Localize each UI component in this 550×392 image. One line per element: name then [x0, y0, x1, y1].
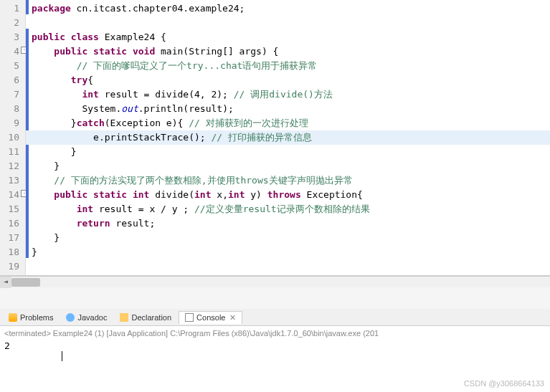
code-line[interactable]: package cn.itcast.chapter04.example24;: [26, 1, 550, 16]
code-line[interactable]: // 下面的方法实现了两个整数相除,并使用throws关键字声明抛出异常: [26, 173, 550, 188]
tab-declaration[interactable]: Declaration: [114, 312, 177, 323]
console-cursor-line[interactable]: [4, 351, 546, 361]
console-output: 2: [4, 340, 546, 351]
code-line[interactable]: int result = x / y ; //定义变量result记录两个数相除…: [26, 202, 550, 216]
line-number: 8: [3, 102, 19, 116]
code-line[interactable]: }: [26, 245, 550, 259]
line-number: 16: [3, 216, 19, 231]
code-line[interactable]: return result;: [26, 216, 550, 231]
line-number: 6: [3, 73, 19, 87]
code-line[interactable]: [26, 259, 550, 274]
code-line[interactable]: }: [26, 145, 550, 159]
code-line[interactable]: public static int divide(int x,int y) th…: [26, 188, 550, 202]
javadoc-icon: [66, 313, 75, 322]
panel-separator: [0, 287, 550, 309]
line-number: 2: [3, 16, 19, 30]
line-number: 15: [3, 202, 19, 216]
code-line[interactable]: try{: [26, 73, 550, 87]
close-icon[interactable]: ✕: [229, 313, 236, 322]
line-number-gutter: 1 2 3 4- 5 6 7 8 9 10 11 12 13 14- 15 16…: [0, 0, 26, 275]
code-editor[interactable]: 1 2 3 4- 5 6 7 8 9 10 11 12 13 14- 15 16…: [0, 0, 550, 276]
console-process-label: <terminated> Example24 (1) [Java Applica…: [4, 329, 546, 338]
code-line-current[interactable]: e.printStackTrace(); // 打印捕获的异常信息: [26, 130, 550, 145]
problems-icon: [9, 313, 17, 322]
line-number: 10: [3, 130, 19, 145]
tab-javadoc[interactable]: Javadoc: [60, 312, 113, 323]
declaration-icon: [120, 313, 128, 322]
line-number: 7: [3, 87, 19, 102]
line-number: 13: [3, 173, 19, 188]
bottom-tabs-bar: Problems Javadoc Declaration Console✕: [0, 309, 550, 326]
text-cursor-icon: [62, 351, 62, 361]
line-number: 1: [3, 1, 19, 16]
code-line[interactable]: System.out.println(result);: [26, 102, 550, 116]
code-line[interactable]: }catch(Exception e){ // 对捕获到的一次进行处理: [26, 116, 550, 130]
console-icon: [185, 313, 194, 322]
code-line[interactable]: public class Example24 {: [26, 30, 550, 44]
scroll-left-arrow-icon[interactable]: ◄: [0, 277, 11, 288]
code-line[interactable]: [26, 16, 550, 30]
line-number: 18: [3, 245, 19, 259]
tab-problems[interactable]: Problems: [3, 312, 59, 323]
code-content[interactable]: package cn.itcast.chapter04.example24; p…: [26, 0, 550, 275]
code-line[interactable]: // 下面的嗲吗定义了一个try...chat语句用于捕获异常: [26, 59, 550, 73]
line-number: 19: [3, 259, 19, 274]
console-panel[interactable]: <terminated> Example24 (1) [Java Applica…: [0, 326, 550, 364]
code-line[interactable]: int result = divide(4, 2); // 调用divide()…: [26, 87, 550, 102]
line-number: 3: [3, 30, 19, 44]
code-line[interactable]: }: [26, 231, 550, 245]
line-number: 9: [3, 116, 19, 130]
line-number: 14-: [3, 188, 19, 202]
scroll-thumb[interactable]: [11, 278, 40, 287]
line-number: 4-: [3, 44, 19, 59]
line-number: 17: [3, 231, 19, 245]
code-line[interactable]: public static void main(String[] args) {: [26, 44, 550, 59]
horizontal-scrollbar[interactable]: ◄: [0, 276, 550, 287]
line-number: 5: [3, 59, 19, 73]
line-number: 12: [3, 159, 19, 173]
tab-console[interactable]: Console✕: [179, 311, 242, 324]
line-number: 11: [3, 145, 19, 159]
code-line[interactable]: }: [26, 159, 550, 173]
